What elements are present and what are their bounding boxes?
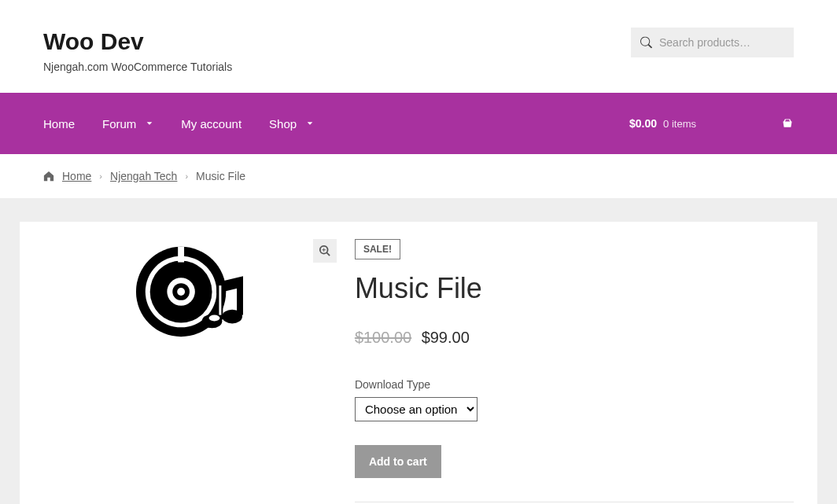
cart-items-count: 0 items: [663, 118, 696, 130]
nav-bar: Home Forum My account Shop $0.00 0 items: [0, 93, 837, 154]
site-tagline: Njengah.com WooCommerce Tutorials: [43, 61, 232, 73]
nav-item-home[interactable]: Home: [43, 117, 75, 131]
nav-label: My account: [181, 117, 242, 131]
nav-item-myaccount[interactable]: My account: [181, 117, 242, 131]
basket-icon: [781, 117, 794, 130]
divider: [355, 502, 794, 502]
home-icon: [43, 171, 54, 182]
product-title: Music File: [355, 272, 794, 305]
chevron-down-icon: [306, 120, 314, 127]
music-file-icon: [124, 237, 250, 346]
cart-total: $0.00: [629, 117, 657, 130]
nav-item-shop[interactable]: Shop: [269, 117, 314, 131]
breadcrumb-category[interactable]: Njengah Tech: [110, 170, 177, 182]
svg-point-12: [209, 315, 220, 322]
zoom-in-icon: [319, 245, 330, 256]
breadcrumb-home[interactable]: Home: [62, 170, 91, 182]
site-branding: Woo Dev Njengah.com WooCommerce Tutorial…: [43, 28, 232, 73]
zoom-button[interactable]: [313, 239, 337, 263]
download-type-select[interactable]: Choose an option: [355, 397, 477, 421]
search-input[interactable]: [631, 28, 794, 57]
nav-label: Home: [43, 117, 75, 131]
breadcrumb-separator: ›: [99, 171, 102, 181]
nav-label: Shop: [269, 117, 297, 131]
product-image-column: [20, 222, 355, 504]
sale-badge: SALE!: [355, 239, 400, 259]
svg-point-5: [177, 288, 185, 296]
chevron-down-icon: [146, 120, 153, 127]
svg-rect-6: [178, 247, 184, 263]
variation-label: Download Type: [355, 378, 794, 391]
product-info: SALE! Music File $100.00 $99.00 Download…: [355, 222, 817, 504]
price-row: $100.00 $99.00: [355, 329, 794, 347]
product-image[interactable]: [28, 230, 347, 354]
old-price: $100.00: [355, 329, 411, 346]
breadcrumb: Home › Njengah Tech › Music File: [0, 154, 837, 198]
svg-rect-11: [219, 285, 221, 315]
breadcrumb-separator: ›: [185, 171, 188, 181]
site-title[interactable]: Woo Dev: [43, 28, 232, 56]
nav-menu: Home Forum My account Shop: [43, 117, 314, 131]
breadcrumb-current: Music File: [196, 170, 245, 182]
new-price: $99.00: [422, 329, 470, 346]
content-area: SALE! Music File $100.00 $99.00 Download…: [0, 198, 837, 504]
product-card: SALE! Music File $100.00 $99.00 Download…: [20, 222, 817, 504]
cart-info[interactable]: $0.00 0 items: [629, 117, 794, 130]
search-wrap: [631, 28, 794, 57]
nav-item-forum[interactable]: Forum: [102, 117, 153, 131]
add-to-cart-button[interactable]: Add to cart: [355, 445, 441, 478]
svg-point-10: [222, 310, 242, 324]
search-icon: [640, 37, 652, 49]
nav-label: Forum: [102, 117, 136, 131]
